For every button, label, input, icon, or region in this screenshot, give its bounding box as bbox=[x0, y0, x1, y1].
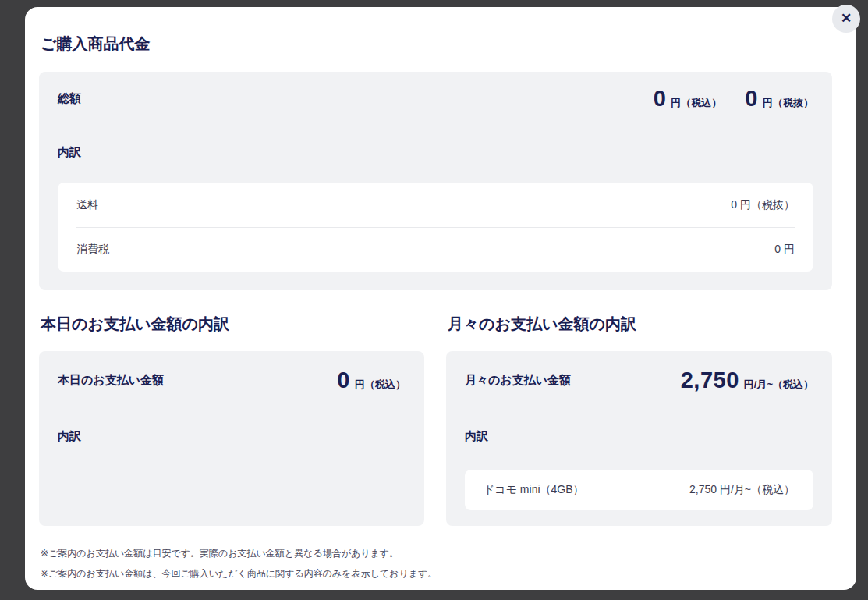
total-amount-incl-unit: 円（税込） bbox=[671, 96, 721, 110]
total-amount-incl-value: 0 bbox=[654, 86, 667, 112]
total-row: 総額 0 円（税込） 0 円（税抜） bbox=[58, 72, 813, 126]
total-amount-tax-excluded: 0 円（税抜） bbox=[745, 86, 813, 112]
tax-value: 0 円 bbox=[774, 243, 795, 257]
shipping-value: 0 円（税抜） bbox=[731, 198, 795, 212]
summary-breakdown-label: 内訳 bbox=[58, 144, 813, 160]
today-payment-label: 本日のお支払い金額 bbox=[58, 373, 164, 388]
note-line-2: ※ご案内のお支払い金額は、今回ご購入いただく商品に関する内容のみを表示しておりま… bbox=[41, 563, 832, 584]
plan-label: ドコモ mini（4GB） bbox=[484, 483, 584, 497]
total-label: 総額 bbox=[58, 91, 81, 106]
monthly-section-title: 月々のお支払い金額の内訳 bbox=[448, 312, 832, 336]
today-section-title: 本日のお支払い金額の内訳 bbox=[41, 312, 424, 336]
monthly-payment-panel: 月々のお支払い金額 2,750 円/月~（税込） 内訳 ドコモ mini（4GB… bbox=[446, 351, 832, 526]
purchase-price-modal: ご購入商品代金 総額 0 円（税込） 0 円（税抜） 内訳 送料 0 円（税抜） bbox=[25, 7, 856, 590]
monthly-payment-section: 月々のお支払い金額の内訳 月々のお支払い金額 2,750 円/月~（税込） 内訳… bbox=[446, 312, 832, 526]
breakdown-row-tax: 消費税 0 円 bbox=[76, 227, 795, 272]
total-amounts: 0 円（税込） 0 円（税抜） bbox=[654, 86, 813, 112]
monthly-breakdown-label: 内訳 bbox=[465, 428, 813, 444]
today-payment-panel: 本日のお支払い金額 0 円（税込） 内訳 bbox=[39, 351, 424, 526]
total-amount-excl-unit: 円（税抜） bbox=[763, 96, 813, 110]
total-summary-panel: 総額 0 円（税込） 0 円（税抜） 内訳 送料 0 円（税抜） 消費税 0 円 bbox=[39, 72, 832, 290]
today-payment-amount: 0 円（税込） bbox=[337, 367, 406, 393]
today-amount-unit: 円（税込） bbox=[355, 378, 406, 392]
monthly-payment-row: 月々のお支払い金額 2,750 円/月~（税込） bbox=[465, 351, 813, 410]
today-breakdown-label: 内訳 bbox=[58, 428, 406, 444]
today-amount-value: 0 bbox=[337, 367, 350, 393]
note-line-1: ※ご案内のお支払い金額は目安です。実際のお支払い金額と異なる場合があります。 bbox=[41, 543, 832, 563]
tax-label: 消費税 bbox=[76, 243, 109, 257]
today-payment-row: 本日のお支払い金額 0 円（税込） bbox=[58, 351, 406, 410]
monthly-amount-value: 2,750 bbox=[681, 367, 739, 393]
shipping-label: 送料 bbox=[76, 198, 98, 212]
disclaimer-notes: ※ご案内のお支払い金額は目安です。実際のお支払い金額と異なる場合があります。 ※… bbox=[41, 543, 832, 584]
total-amount-tax-included: 0 円（税込） bbox=[654, 86, 722, 112]
close-icon[interactable]: ✕ bbox=[832, 5, 860, 33]
breakdown-row-shipping: 送料 0 円（税抜） bbox=[76, 183, 795, 227]
plan-value: 2,750 円/月~（税込） bbox=[689, 483, 795, 497]
breakdown-row-plan: ドコモ mini（4GB） 2,750 円/月~（税込） bbox=[484, 470, 795, 510]
total-amount-excl-value: 0 bbox=[745, 86, 758, 112]
today-payment-section: 本日のお支払い金額の内訳 本日のお支払い金額 0 円（税込） 内訳 bbox=[39, 312, 424, 526]
monthly-payment-label: 月々のお支払い金額 bbox=[465, 373, 571, 388]
payment-columns: 本日のお支払い金額の内訳 本日のお支払い金額 0 円（税込） 内訳 月々のお支払… bbox=[39, 312, 832, 526]
summary-breakdown-card: 送料 0 円（税抜） 消費税 0 円 bbox=[58, 183, 813, 272]
page-title: ご購入商品代金 bbox=[41, 33, 832, 55]
monthly-amount-unit: 円/月~（税込） bbox=[744, 378, 813, 392]
monthly-payment-amount: 2,750 円/月~（税込） bbox=[681, 367, 813, 393]
monthly-breakdown-card: ドコモ mini（4GB） 2,750 円/月~（税込） bbox=[465, 470, 813, 510]
